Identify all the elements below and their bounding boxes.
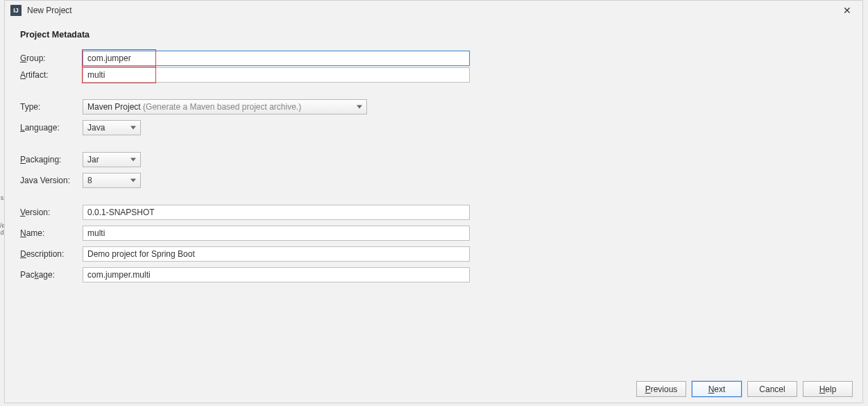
java-version-value: 8 bbox=[87, 176, 105, 185]
chevron-down-icon bbox=[130, 158, 136, 162]
previous-button[interactable]: Previous bbox=[636, 381, 686, 397]
close-icon: ✕ bbox=[843, 5, 851, 16]
help-button[interactable]: Help bbox=[803, 381, 853, 397]
new-project-dialog: IJ New Project ✕ Project Metadata Group:… bbox=[4, 0, 863, 403]
packaging-label: Packaging: bbox=[20, 155, 83, 164]
artifact-label: Artifact: bbox=[20, 70, 83, 80]
java-version-select[interactable]: 8 bbox=[83, 173, 141, 188]
chevron-down-icon bbox=[130, 126, 136, 130]
group-label: Group: bbox=[20, 53, 83, 63]
window-title: New Project bbox=[27, 6, 837, 15]
package-input[interactable] bbox=[83, 267, 470, 282]
name-label: Name: bbox=[20, 228, 83, 238]
artifact-input[interactable] bbox=[83, 67, 470, 83]
section-heading: Project Metadata bbox=[20, 30, 847, 40]
version-label: Version: bbox=[20, 208, 83, 217]
app-icon: IJ bbox=[10, 5, 22, 16]
button-bar: Previous Next Cancel Help bbox=[636, 381, 853, 397]
group-input[interactable] bbox=[83, 51, 470, 66]
packaging-select[interactable]: Jar bbox=[83, 152, 141, 167]
chevron-down-icon bbox=[357, 105, 362, 109]
type-label: Type: bbox=[20, 102, 83, 112]
type-value: Maven Project bbox=[87, 102, 141, 112]
cancel-button[interactable]: Cancel bbox=[747, 381, 797, 397]
language-select[interactable]: Java bbox=[83, 120, 141, 135]
name-input[interactable] bbox=[83, 226, 470, 241]
description-label: Description: bbox=[20, 249, 83, 259]
description-input[interactable] bbox=[83, 246, 470, 262]
language-label: Language: bbox=[20, 123, 83, 133]
packaging-value: Jar bbox=[87, 155, 112, 164]
language-value: Java bbox=[87, 123, 117, 133]
close-button[interactable]: ✕ bbox=[837, 3, 857, 18]
version-input[interactable] bbox=[83, 205, 470, 220]
java-version-label: Java Version: bbox=[20, 176, 83, 185]
next-button[interactable]: Next bbox=[692, 381, 742, 397]
type-hint: (Generate a Maven based project archive.… bbox=[143, 102, 301, 112]
titlebar: IJ New Project ✕ bbox=[5, 1, 862, 20]
chevron-down-icon bbox=[130, 179, 136, 183]
package-label: Package: bbox=[20, 270, 83, 280]
type-select[interactable]: Maven Project (Generate a Maven based pr… bbox=[83, 99, 367, 115]
